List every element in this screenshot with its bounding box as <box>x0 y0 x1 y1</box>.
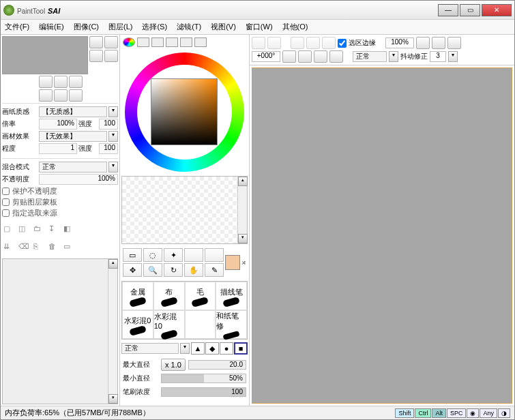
min-dia-slider[interactable]: 50% <box>161 374 246 383</box>
strength-value[interactable]: 100 <box>99 119 118 130</box>
deselect-button[interactable] <box>291 37 304 49</box>
zoom-display[interactable]: 100% <box>385 38 414 48</box>
rotate-ccw-button[interactable] <box>282 50 296 63</box>
scroll-down-icon[interactable]: ▾ <box>108 394 118 404</box>
stabilizer-value[interactable]: 3 <box>430 51 446 62</box>
swatch-panel[interactable]: ▴ ▾ <box>121 176 248 244</box>
nav-btn-2[interactable] <box>104 36 118 48</box>
brush-line[interactable]: 描线笔 <box>216 282 247 310</box>
effect-select[interactable]: 【无效果】 <box>39 131 107 142</box>
color-wheel-mode-icon[interactable] <box>123 38 135 47</box>
erase-icon[interactable]: ▭ <box>63 242 74 253</box>
max-dia-multiplier[interactable]: x 1.0 <box>161 359 186 371</box>
show-sel-button[interactable] <box>322 37 336 49</box>
brush-wc10[interactable]: 水彩混10 <box>153 310 185 339</box>
merge-down-icon[interactable]: ⇊ <box>3 242 14 253</box>
shape-dot-icon[interactable]: ● <box>220 342 233 355</box>
scroll-up-icon[interactable]: ▴ <box>108 259 118 269</box>
menu-image[interactable]: 图像(C) <box>74 22 99 32</box>
hand-tool[interactable]: ✋ <box>184 263 203 277</box>
maximize-button[interactable]: ▭ <box>460 4 480 16</box>
max-dia-value[interactable]: 20.0 <box>188 360 246 370</box>
minimize-button[interactable]: — <box>438 4 458 16</box>
rotate-tool[interactable]: ↻ <box>164 263 183 277</box>
scratchpad-mode-icon[interactable] <box>194 38 207 47</box>
close-button[interactable]: ✕ <box>482 4 512 16</box>
shape-square-icon[interactable]: ■ <box>234 342 248 355</box>
menu-layer[interactable]: 图层(L) <box>108 22 132 32</box>
fg-color-swatch[interactable] <box>225 255 240 270</box>
rotate-cw-button[interactable] <box>314 50 327 63</box>
menu-file[interactable]: 文件(F) <box>5 22 29 32</box>
zoom-fit-button[interactable] <box>432 37 445 49</box>
zoom-out-button[interactable] <box>416 37 430 49</box>
menu-select[interactable]: 选择(S) <box>142 22 167 32</box>
scale-value[interactable]: 100% <box>39 119 77 130</box>
transfer-layer-icon[interactable]: ↧ <box>48 224 59 235</box>
rot-ccw[interactable] <box>39 89 53 102</box>
brush-blend-dd-icon[interactable]: ▾ <box>180 343 190 354</box>
opacity-value[interactable]: 100% <box>39 174 118 185</box>
canvas[interactable] <box>252 68 512 404</box>
menu-filter[interactable]: 滤镜(T) <box>177 22 201 32</box>
menu-other[interactable]: 其他(O) <box>282 22 308 32</box>
redo-button[interactable] <box>267 37 281 49</box>
new-layer-icon[interactable]: ▢ <box>3 224 14 235</box>
swap-colors-icon[interactable]: ⤭ <box>241 260 246 266</box>
brush-washi[interactable]: 和纸笔修 <box>216 310 247 339</box>
rgb-sliders-mode-icon[interactable] <box>137 38 149 47</box>
view-blend-select[interactable]: 正常 <box>353 51 387 62</box>
move-tool[interactable]: ✥ <box>123 263 142 277</box>
sel-edge-check[interactable] <box>338 39 347 48</box>
swatch-scroll-down-icon[interactable]: ▾ <box>238 234 248 243</box>
navigator-preview[interactable] <box>2 36 88 74</box>
brush-blend-select[interactable]: 正常 <box>121 343 179 354</box>
rot-reset[interactable] <box>54 89 68 102</box>
effect-dd-icon[interactable]: ▾ <box>108 131 118 142</box>
color-square[interactable] <box>151 78 218 145</box>
copy-layer-icon[interactable]: ⎘ <box>33 242 44 253</box>
magic-wand-tool[interactable]: ✦ <box>164 248 183 262</box>
eyedropper-tool[interactable]: ✎ <box>205 263 224 277</box>
delete-layer-icon[interactable]: 🗑 <box>48 242 59 253</box>
clip-mask-check[interactable]: 剪贴图层蒙板 <box>2 196 118 207</box>
clear-layer-icon[interactable]: ⌫ <box>18 242 29 253</box>
paper-texture-select[interactable]: 【无质感】 <box>39 106 107 117</box>
zoom-reset[interactable] <box>54 76 68 88</box>
brush-metal[interactable]: 金属 <box>122 282 153 310</box>
swatches-mode-icon[interactable] <box>180 38 192 47</box>
menu-window[interactable]: 窗口(W) <box>246 22 273 32</box>
paper-texture-dd-icon[interactable]: ▾ <box>108 106 118 117</box>
zoom-plus[interactable] <box>69 76 83 88</box>
blend-dd-icon[interactable]: ▾ <box>108 162 118 172</box>
flip-h-button[interactable] <box>329 50 343 63</box>
select-source-check[interactable]: 指定选取来源 <box>2 207 118 218</box>
zoom-in-button[interactable] <box>447 37 461 49</box>
angle-display[interactable]: +000° <box>252 51 280 62</box>
empty-tool-1[interactable] <box>184 248 203 262</box>
swatch-scroll-up-icon[interactable]: ▴ <box>238 177 248 186</box>
nav-btn-4[interactable] <box>104 50 118 62</box>
protect-opacity-check[interactable]: 保护不透明度 <box>2 185 118 196</box>
new-folder-icon[interactable]: 🗀 <box>33 224 44 235</box>
hsv-sliders-mode-icon[interactable] <box>151 38 164 47</box>
shape-round-icon[interactable]: ▲ <box>191 342 205 355</box>
density-slider[interactable]: 100 <box>161 387 246 397</box>
shape-flat-icon[interactable]: ◆ <box>205 342 219 355</box>
select-rect-tool[interactable]: ▭ <box>123 248 142 262</box>
lasso-tool[interactable]: ◌ <box>143 248 162 262</box>
rotate-reset-button[interactable] <box>298 50 312 63</box>
rot-cw[interactable] <box>69 89 83 102</box>
layer-mask-icon[interactable]: ◧ <box>63 224 74 235</box>
menu-view[interactable]: 视图(V) <box>211 22 236 32</box>
gray-mode-icon[interactable] <box>166 38 178 47</box>
stabilizer-dd-icon[interactable]: ▾ <box>448 51 458 62</box>
view-blend-dd-icon[interactable]: ▾ <box>389 51 398 62</box>
brush-empty[interactable] <box>185 310 216 339</box>
color-wheel[interactable] <box>125 52 244 172</box>
layer-list[interactable]: ▴ ▾ <box>2 258 118 404</box>
brush-cloth[interactable]: 布 <box>153 282 185 310</box>
empty-tool-2[interactable] <box>205 248 224 262</box>
blend-mode-select[interactable]: 正常 <box>39 162 107 172</box>
degree-value[interactable]: 1 <box>39 143 77 154</box>
